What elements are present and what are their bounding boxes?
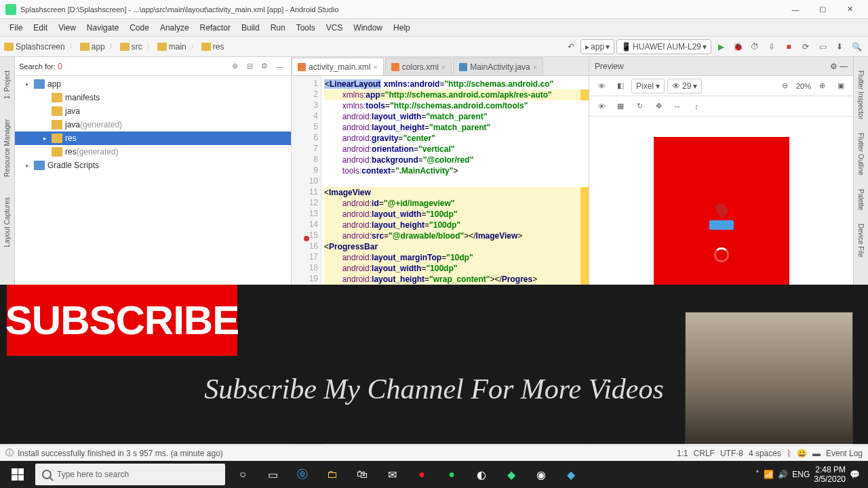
app-icon-1[interactable]: ◐ [467,461,496,488]
chrome-icon[interactable]: ◉ [526,461,556,488]
close-icon[interactable]: × [533,63,537,71]
mail-icon[interactable]: ✉ [377,461,407,488]
debug-button[interactable]: 🐞 [730,39,745,54]
tool-resource-manager[interactable]: Resource Manager [3,119,11,177]
run-config-app[interactable]: ▸app▾ [580,39,614,54]
preview-hide-icon[interactable]: — [840,62,848,71]
android-studio-taskbar-icon[interactable]: ◆ [496,461,526,488]
sdk-manager-icon[interactable]: ⬇ [832,39,847,54]
editor-tab-activity_main-xml[interactable]: activity_main.xml× [292,58,384,75]
minimize-button[interactable]: — [783,2,808,17]
volume-icon[interactable]: 🔊 [778,470,788,479]
start-button[interactable] [3,461,33,488]
tool-1-project[interactable]: 1: Project [3,70,11,99]
menu-file[interactable]: File [4,21,28,35]
menu-vcs[interactable]: VCS [321,21,349,35]
breadcrumb-app[interactable]: app [80,42,105,52]
settings-icon[interactable]: ⚙ [257,59,272,74]
menu-navigate[interactable]: Navigate [81,21,124,35]
device-dropdown[interactable]: Pixel▾ [631,79,665,94]
avd-manager-icon[interactable]: ▭ [815,39,830,54]
menu-build[interactable]: Build [236,21,265,35]
orientation-icon[interactable]: ◧ [612,79,629,94]
event-log-link[interactable]: Event Log [826,449,863,458]
taskbar-search[interactable]: Type here to search [35,464,225,485]
run-button[interactable]: ▶ [713,39,728,54]
zoom-fit-icon[interactable]: ▣ [833,79,849,94]
zoom-out-icon[interactable]: ⊖ [777,79,793,94]
tool-flutter-inspector[interactable]: Flutter Inspector [857,70,865,119]
menu-run[interactable]: Run [265,21,291,35]
tool-palette[interactable]: Palette [857,189,865,210]
menu-help[interactable]: Help [388,21,416,35]
locate-icon[interactable]: ⊕ [227,59,242,74]
menu-tools[interactable]: Tools [291,21,321,35]
app-icon-2[interactable]: ◆ [556,461,586,488]
opera-icon[interactable]: ● [407,461,437,488]
breadcrumb-splashscreen[interactable]: Splashscreen [4,42,65,52]
close-button[interactable]: ✕ [837,2,863,17]
edge-icon[interactable]: ⓔ [288,461,317,488]
undo-icon[interactable]: ↶ [564,39,578,54]
collapse-all-icon[interactable]: ⊟ [242,59,257,74]
file-encoding[interactable]: UTF-8 [720,449,743,458]
memory-indicator[interactable]: ▬ [812,449,821,458]
api-dropdown[interactable]: 👁29▾ [667,79,702,94]
file-explorer-icon[interactable]: 🗀 [317,461,347,488]
preview-settings-icon[interactable]: ⚙ [830,62,837,71]
view-mode-icon[interactable]: 👁 [593,79,610,94]
git-branch-icon[interactable]: ᚱ [787,449,791,458]
menu-window[interactable]: Window [348,21,388,35]
pan-icon[interactable]: ✥ [650,99,667,114]
whatsapp-icon[interactable]: ● [437,461,467,488]
tree-node-java[interactable]: java (generated) [15,118,291,131]
menu-edit[interactable]: Edit [28,21,53,35]
breadcrumb-main[interactable]: main [157,42,186,52]
editor-tab-colors-xml[interactable]: colors.xml× [385,58,452,75]
menu-refactor[interactable]: Refactor [195,21,236,35]
menu-view[interactable]: View [53,21,81,35]
close-icon[interactable]: × [441,63,446,71]
menu-code[interactable]: Code [124,21,155,35]
attach-debugger-icon[interactable]: ⇩ [764,39,779,54]
maximize-button[interactable]: ▢ [810,2,835,17]
close-icon[interactable]: × [373,63,377,71]
expand-v-icon[interactable]: ↕ [688,99,705,114]
tree-node-java[interactable]: java [15,104,291,118]
cortana-icon[interactable]: ○ [228,461,258,488]
menu-analyze[interactable]: Analyze [155,21,195,35]
expand-h-icon[interactable]: ↔ [669,99,686,114]
tree-node-gradle-scripts[interactable]: ▸Gradle Scripts [15,159,291,172]
indent-indicator[interactable]: 4 spaces [749,449,781,458]
stop-button[interactable]: ■ [781,39,796,54]
task-view-icon[interactable]: ▭ [258,461,288,488]
sync-gradle-icon[interactable]: ⟳ [798,39,813,54]
search-everywhere-icon[interactable]: 🔍 [849,39,864,54]
tray-chevron-icon[interactable]: ˄ [755,470,760,479]
eye-icon[interactable]: 👁 [593,99,610,114]
network-icon[interactable]: 📶 [764,470,774,479]
device-selector[interactable]: 📱HUAWEI AUM-L29▾ [616,39,711,54]
blueprint-icon[interactable]: ▦ [612,99,629,114]
tree-node-manifests[interactable]: manifests [15,91,291,104]
tool-layout-captures[interactable]: Layout Captures [3,197,11,247]
breadcrumb-res[interactable]: res [201,42,224,52]
breadcrumb-src[interactable]: src [120,42,142,52]
editor-tab-mainactivity-java[interactable]: MainActivity.java× [453,58,543,75]
refresh-icon[interactable]: ↻ [631,99,648,114]
subscribe-button-overlay[interactable]: SUBSCRIBE [7,285,237,356]
tree-node-res[interactable]: res (generated) [15,145,291,159]
zoom-in-icon[interactable]: ⊕ [814,79,830,94]
tree-node-app[interactable]: ▸app [15,77,291,91]
tool-device-file[interactable]: Device File [857,224,865,257]
store-icon[interactable]: 🛍 [347,461,377,488]
clock[interactable]: 2:48 PM3/5/2020 [814,465,846,485]
system-tray[interactable]: ˄ 📶 🔊 ENG 2:48 PM3/5/2020 💬 [750,465,865,485]
hide-panel-icon[interactable]: — [272,59,287,74]
line-separator[interactable]: CRLF [694,449,715,458]
notification-icon[interactable]: 💬 [850,470,860,479]
language-indicator[interactable]: ENG [792,470,810,479]
profile-button[interactable]: ⏱ [747,39,762,54]
tree-node-res[interactable]: ▸res [15,131,291,145]
tool-flutter-outline[interactable]: Flutter Outline [857,133,865,176]
